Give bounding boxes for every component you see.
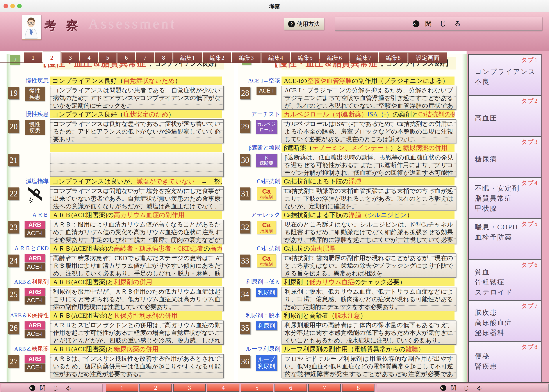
entry-body-field[interactable]: コンプライアンスは問題ないが、塩分を控えめにした食事が出来ていない患者である。自…: [50, 186, 224, 210]
tab-編集8[interactable]: 編集8: [379, 52, 408, 63]
entry-header-field[interactable]: ＡＲＢ(ACE阻害薬)の高カリウム血症の副作用: [50, 211, 222, 219]
tab-1[interactable]: 1: [24, 52, 42, 63]
entry-number: 32: [240, 221, 250, 233]
tab-7[interactable]: 7: [136, 52, 154, 63]
entry-body-field[interactable]: Ca拮抗剤：歯肉肥厚の副作用が現れることがあるが、現在のところ訴えはない。歯垢の…: [282, 253, 456, 278]
entry-body-field[interactable]: 利尿剤：脱水、低カリウム血症、低ナトリウム血症などにより、口渇、倦怠感、筋肉痛な…: [282, 287, 456, 311]
footer-page-5[interactable]: 5: [241, 384, 273, 392]
help-button-label: 使用方法: [297, 20, 320, 28]
sidebar-tab-1[interactable]: タブ1コンプライアンス不良: [468, 54, 542, 96]
entry-body-field[interactable]: 高齢者・糖尿病患者、CKDでも進んだステージの患者は、ＡＲＢ服用により血清カリウ…: [50, 253, 224, 278]
header-close-label: 閉 じ る: [425, 19, 464, 28]
entry-28: ACE-I→空咳ACE-Iの空咳や血管浮腫の副作用（ブラジキニンによる）28AC…: [238, 77, 467, 109]
entry-header-field[interactable]: ＡＲＢ(ACE阻害薬)とＫ保持性利尿剤の併用: [50, 311, 222, 320]
brown-badge: 慢性疾患: [25, 87, 45, 101]
entry-30: β遮断と糖尿β遮断薬（テノーミン、メインテート）と糖尿病薬の併用30β遮断薬β遮…: [238, 144, 467, 176]
entry-badge: ループ利尿剤: [253, 355, 279, 371]
sidebar-tab-2[interactable]: タブ2高血圧: [468, 95, 542, 137]
entry-label: ACE-I→空咳: [238, 77, 280, 85]
entry-header-field[interactable]: Ca拮抗剤による下肢の浮腫: [282, 177, 454, 185]
entry-header-field[interactable]: Ca拮抗の歯肉肥厚: [282, 244, 454, 252]
entry-body-field[interactable]: 現在のところ訴えはない。シルニジピンは、N型Caチャネルも阻害するため、細動脈だ…: [282, 220, 456, 244]
entry-35: 利尿剤：脱水利尿剤と高齢者（脱水注意）35利尿剤利尿剤服用中の高齢者は、体内の保…: [238, 311, 467, 344]
footer-page-6[interactable]: 6: [275, 384, 307, 392]
tab-編集3[interactable]: 編集3: [232, 52, 261, 63]
entry-header-field[interactable]: ループ利尿剤の副作用（電解質異常からの難聴）: [282, 345, 454, 353]
sidebar-tab-label: タブ1: [521, 56, 538, 64]
tab-編集2[interactable]: 編集2: [202, 52, 231, 63]
tab-編集4[interactable]: 編集4: [261, 52, 290, 63]
footer-page-4[interactable]: 4: [207, 384, 239, 392]
header-close-button[interactable]: × 閉 じ る: [335, 17, 542, 31]
entry-header-field[interactable]: 利尿剤と高齢者（脱水注意）: [282, 311, 454, 320]
entry-body-field[interactable]: ACE-I：ブラジキニンの分解を抑えるため、分解されないブラジキニンによって空咳…: [282, 86, 456, 110]
tab-編集7[interactable]: 編集7: [349, 52, 378, 63]
entry-header-field[interactable]: ＡＲＢ(ACE阻害薬)の高齢者・糖尿病患者・CKD患者の高カリウム血症の副: [50, 244, 222, 252]
entry-body-field[interactable]: 利尿剤を服用中だが、ＡＲＢ併用のため低カリウム血症は起こりにくと考えられるが、低…: [50, 287, 224, 311]
entry-header-field[interactable]: ACE-Iの空咳や血管浮腫の副作用（ブラジキニンによる）: [282, 77, 454, 85]
entry-header-field[interactable]: コンプライアンスは良いが、減塩ができていない → 努力を: [50, 177, 222, 185]
tab-8[interactable]: 8: [155, 52, 173, 63]
entry-header-field[interactable]: ＡＲＢ(ACE阻害薬)と利尿剤の併用: [50, 278, 222, 286]
entry-body-field[interactable]: ＡＲＢは、インスリン抵抗性を改善する作用があるとされているため、糖尿病薬併用中は…: [50, 354, 224, 378]
entry-header-field[interactable]: 利尿剤（低カリウム血症のチェック必要）: [282, 278, 454, 286]
entry-body-field[interactable]: コンプライアンスは問題ない患者である。自覚症状が少ない病気のため、アドヒアランス…: [50, 86, 224, 110]
entry-badge: ARBACE-I: [22, 254, 48, 271]
entry-header-field[interactable]: ＡＲＢ(ACE阻害薬)と糖尿病薬の併用: [50, 345, 222, 353]
entry-body-field[interactable]: β遮断薬は、低血糖出現時の動悸、振戦等の低血糖症状の発見を遅らせる可能性がある。…: [282, 153, 456, 177]
entry-body-field[interactable]: ＡＲＢ：服用により血清カリウム値が高くなることがあるため、血清カリウム値の変化や…: [50, 220, 224, 244]
tab-編集1[interactable]: 編集1: [173, 52, 202, 63]
entry-number: 28: [240, 87, 250, 99]
footer-page-3[interactable]: 3: [173, 384, 206, 392]
entry-body-field[interactable]: [50, 153, 224, 177]
footer-page-8[interactable]: 8: [342, 384, 375, 392]
entry-header-field[interactable]: コンプライアンス良好（自覚症状ないため）: [50, 77, 222, 85]
entry-body-field[interactable]: ＡＲＢとスピロノラクトンとの併用は、高カリウム血症の副作用を起こす可能性がある。…: [50, 321, 224, 345]
entry-body-field[interactable]: Ca拮抗剤：動脈系の末梢血管拡張による末梢でのうっ血が起こり、下肢の浮腫が現れる…: [282, 186, 456, 210]
blue-badge: 利尿剤: [256, 288, 277, 297]
entry-label: ARB＆糖尿薬: [7, 345, 49, 353]
arb-badge: ARB: [25, 288, 45, 296]
entry-body-field[interactable]: 利尿剤服用中の高齢者は、体内の保水量の低下もあるうえ、水分不足に関する感覚機能の…: [282, 321, 456, 345]
entry-header-field[interactable]: カルベジロール（αβ遮断薬）ISA（-）の薬剤とCa拮抗剤の併用: [282, 110, 454, 118]
sidebar-tab-4[interactable]: タブ4不眠・安定剤脂質異常症甲状腺: [468, 177, 542, 219]
entry-body-field[interactable]: コンプライアンスは良好な患者である。症状が落ち着いているため、アドヒアランスの低…: [50, 119, 224, 143]
footer-page-7[interactable]: 7: [308, 384, 341, 392]
tab-設定画面[interactable]: 設定画面: [408, 52, 447, 63]
tab-4[interactable]: 4: [80, 52, 98, 63]
entry-badge: ARBACE-I: [22, 288, 48, 305]
tab-2[interactable]: 2: [43, 51, 61, 64]
sidebar-tab-6[interactable]: タブ6貧血骨粗鬆症ステロイド: [468, 259, 542, 301]
tab-編集6[interactable]: 編集6: [320, 52, 349, 63]
sidebar-tab-8[interactable]: タブ8便秘腎疾患: [468, 341, 542, 383]
entry-badge: 利尿剤: [253, 288, 279, 297]
arb-badge: ARB: [25, 221, 45, 229]
blue-badge: ループ利尿剤: [256, 355, 277, 371]
ca-badge: Ca拮抗剤: [257, 221, 276, 234]
entry-header-field[interactable]: Ca拮抗剤による下肢の浮腫（シルニジピン）: [282, 211, 454, 219]
footer-page-2[interactable]: 2: [139, 384, 172, 392]
sidebar-tab-7[interactable]: タブ7脳疾患高尿酸血症泌尿器科: [468, 300, 542, 342]
sidebar-tab-5[interactable]: タブ5喘息・COPD血栓予防薬: [468, 218, 542, 259]
tab-編集5[interactable]: 編集5: [291, 52, 320, 63]
entry-list: 慢性疾患コンプライアンス良好（自覚症状ないため）19慢性疾患コンプライアンスは問…: [7, 77, 234, 378]
tab-5[interactable]: 5: [99, 52, 117, 63]
help-button[interactable]: ? 使用方法: [284, 18, 324, 30]
entry-number: 27: [8, 355, 19, 368]
tab-3[interactable]: 3: [61, 52, 79, 63]
footer-close-button-left[interactable]: × 閉 じ る: [1, 384, 102, 392]
entry-header-field[interactable]: β遮断薬（テノーミン、メインテート）と糖尿病薬の併用: [282, 144, 454, 152]
no-salt-icon: [28, 187, 42, 203]
entry-body-field[interactable]: カルベジロールはISA（-）であるため、Ca拮抗剤との併用による心不全の誘発、房…: [282, 119, 456, 143]
doctor-avatar: [22, 15, 41, 40]
entry-number: 35: [240, 322, 250, 334]
page-title: 考 察: [44, 18, 82, 34]
tab-6[interactable]: 6: [117, 52, 135, 63]
entry-header-field[interactable]: [50, 144, 222, 152]
entry-34: 利尿剤→低Ｋ利尿剤（低カリウム血症のチェック必要）34利尿剤利尿剤：脱水、低カリ…: [238, 278, 467, 311]
entry-header-field[interactable]: コンプライアンス良好（症状安定のため）: [50, 110, 222, 118]
footer-page-1[interactable]: 1: [106, 384, 138, 392]
entry-body-field[interactable]: フロセミド：ループ利尿剤は用量依存的な副作用が出やすい。低Mg血症や低Ｋ血症など…: [282, 354, 456, 378]
footer-close-button-right[interactable]: × 閉 じ る: [377, 384, 549, 392]
sidebar-tab-3[interactable]: タブ3糖尿病: [468, 136, 542, 178]
